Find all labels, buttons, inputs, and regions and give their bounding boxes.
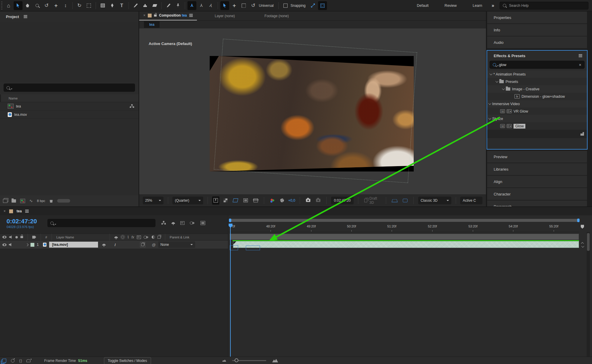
layer-anchor-icon[interactable] (102, 244, 106, 246)
video-column-icon[interactable] (2, 236, 7, 238)
toolbar-grip[interactable] (1, 1, 2, 10)
timeline-horizontal-scrollbar[interactable] (230, 219, 579, 222)
layer-name-column-header[interactable]: Layer Name (56, 235, 105, 239)
type-tool-icon[interactable] (117, 1, 126, 10)
panel-info[interactable]: Info (487, 24, 587, 36)
transform-selection-icon[interactable] (220, 1, 229, 10)
toggle-switches-modes-button[interactable]: Toggle Switches / Modes (104, 357, 151, 364)
adjustment-layer-switch-icon[interactable] (152, 235, 155, 239)
flowchart-icon[interactable] (130, 104, 134, 108)
resolution-select[interactable]: (Quarter) (172, 197, 203, 204)
snail-icon[interactable] (26, 359, 31, 362)
help-search-box[interactable]: Search Help (500, 2, 588, 9)
zoom-tool-icon[interactable] (33, 1, 41, 10)
snapping-label[interactable]: Snapping (291, 4, 306, 8)
new-folder-icon[interactable] (12, 199, 16, 203)
fast-preview-icon[interactable] (212, 196, 219, 205)
selection-tool-icon[interactable] (14, 1, 23, 10)
eraser-tool-icon[interactable] (150, 1, 159, 10)
collapse-transformations-icon[interactable] (121, 236, 124, 238)
composition-mini-flowchart-icon[interactable] (161, 221, 166, 225)
color-depth-icon[interactable] (29, 198, 33, 203)
solo-column-icon[interactable] (15, 236, 18, 238)
threed-switch-icon[interactable] (158, 236, 161, 239)
comp-timecode-field[interactable]: 0:02:47:20 (331, 197, 354, 204)
panel-menu-icon[interactable] (579, 55, 582, 56)
layer-audio-icon[interactable] (9, 243, 12, 246)
frame-blending-icon[interactable] (180, 221, 185, 225)
tab-composition[interactable]: × Composition tea (139, 11, 197, 20)
effects-switch-icon[interactable]: fx (131, 235, 134, 239)
twirl-down-icon[interactable] (502, 87, 505, 90)
snapping-checkbox[interactable] (281, 1, 290, 10)
workspace-tab-learn[interactable]: Learn (465, 4, 490, 8)
magnification-select[interactable]: 25% (143, 197, 163, 204)
lock-column-icon[interactable] (20, 236, 23, 238)
crop-region-icon[interactable] (252, 196, 259, 205)
mask-paths-icon[interactable] (232, 196, 239, 205)
current-timecode[interactable]: 0:02:47:20 (7, 218, 37, 225)
tree-item-image-creative[interactable]: Image - Creative (487, 85, 587, 93)
timeline-vertical-scrollbar[interactable] (587, 232, 590, 357)
layer-video-eye-icon[interactable] (2, 243, 7, 246)
hide-shy-layers-icon[interactable] (171, 222, 175, 224)
time-ruler[interactable]: 0f 48:20f 49:20f 50:20f 51:20f 52:20f 53… (228, 224, 579, 232)
unlock-icon[interactable] (154, 15, 157, 17)
number-column-header[interactable]: # (45, 235, 47, 239)
twirl-down-icon[interactable] (495, 80, 498, 83)
zoom-out-mountain-icon[interactable] (222, 360, 226, 362)
comp-subtab-tea[interactable]: tea (144, 21, 160, 28)
home-icon[interactable] (4, 1, 13, 10)
audio-column-icon[interactable] (9, 235, 13, 239)
project-item-tea[interactable]: tea (0, 102, 139, 110)
delete-icon[interactable] (49, 199, 53, 203)
transparency-grid-icon[interactable] (222, 196, 229, 205)
pan-view-icon[interactable] (309, 1, 317, 10)
brush-tool-icon[interactable] (131, 1, 140, 10)
transform-box-icon[interactable] (239, 1, 248, 10)
parent-pickwhip-icon[interactable]: @ (152, 243, 156, 247)
comp-marker-bin-icon[interactable] (581, 225, 584, 229)
workspace-tab-default[interactable]: Default (409, 4, 437, 8)
layer-3d-switch[interactable] (141, 243, 144, 246)
panel-align[interactable]: Align (487, 176, 587, 188)
twirl-down-icon[interactable] (488, 102, 491, 105)
exposure-value[interactable]: +0,0 (288, 198, 295, 203)
view-axis-icon[interactable] (206, 1, 215, 10)
view-layout-icon[interactable] (391, 196, 399, 205)
panel-audio[interactable]: Audio (487, 36, 587, 49)
roto-brush-icon[interactable] (164, 1, 173, 10)
composition-viewport[interactable]: Active Camera (Default) (139, 28, 486, 194)
motion-blur-icon[interactable] (190, 222, 193, 225)
camera-marquee-icon[interactable] (84, 1, 93, 10)
quality-switch-icon[interactable]: \ (127, 235, 129, 239)
pan-camera-icon[interactable] (52, 1, 60, 10)
vertical-scroll-thumb[interactable] (587, 233, 590, 251)
universal-label[interactable]: Universal (259, 4, 274, 8)
dolly-camera-icon[interactable] (61, 1, 70, 10)
hand-tool-icon[interactable] (23, 1, 32, 10)
draft-3d-button[interactable]: Draft 3D (363, 196, 381, 205)
rotation-tool-icon[interactable] (75, 1, 84, 10)
composition-stack-icon[interactable] (2, 359, 6, 363)
transform-move-icon[interactable] (230, 1, 239, 10)
view-monitor-icon[interactable] (401, 196, 409, 205)
timeline-tab-label[interactable]: tea (17, 209, 22, 213)
frame-blend-switch-icon[interactable] (137, 235, 141, 239)
zoom-slider-knob[interactable] (235, 358, 238, 362)
tree-item-dimension-glow-shadow[interactable]: fx Dimension - glow+shadow (487, 93, 587, 100)
transform-rotate-icon[interactable] (249, 1, 258, 10)
tree-item-glow[interactable]: 32 Glow (487, 122, 587, 130)
tab-footage[interactable]: Footage (none) (253, 12, 301, 20)
tree-item-animation-presets[interactable]: * Animation Presets (487, 70, 587, 78)
tab-layer[interactable]: Layer (none) (197, 12, 253, 20)
layer-twirl-icon[interactable] (26, 243, 29, 246)
scrollbar-right-handle[interactable] (577, 219, 580, 222)
channel-settings-icon[interactable] (269, 196, 276, 205)
region-of-interest-icon[interactable] (242, 196, 249, 205)
renderer-select[interactable]: Classic 3D (418, 197, 451, 204)
puppet-pin-icon[interactable] (174, 1, 182, 10)
panel-menu-icon[interactable] (24, 16, 27, 17)
scrollbar-left-handle[interactable] (229, 219, 231, 222)
layer-duration-bar[interactable] (233, 241, 579, 248)
